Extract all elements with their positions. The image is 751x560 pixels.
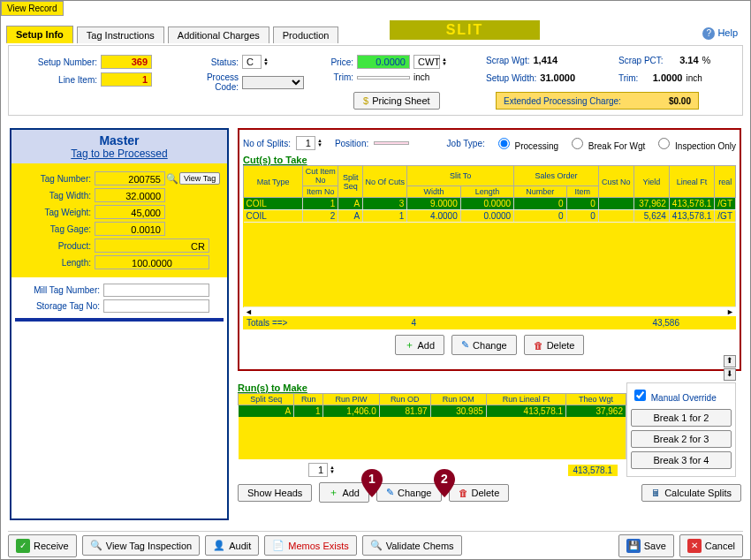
tab-tag-instructions[interactable]: Tag Instructions <box>77 26 164 43</box>
setup-width-label: Setup Width: <box>486 73 536 83</box>
runs-panel: Run(s) to Make Split SeqRunRun PIWRun OD… <box>238 382 741 520</box>
cuts-add-button[interactable]: ＋Add <box>395 335 445 355</box>
jobtype-break[interactable]: Break For Wgt <box>567 135 645 151</box>
divider <box>15 318 224 322</box>
master-panel: Master Tag to be Processed Tag Number: 2… <box>10 128 229 520</box>
ext-charge-value: $0.00 <box>669 96 691 106</box>
tag-gage[interactable]: 0.0010 <box>95 222 165 236</box>
slit-banner: SLIT <box>390 20 540 40</box>
price-value[interactable]: 0.0000 <box>357 55 410 69</box>
product-label: Product: <box>15 241 95 251</box>
trim2-label: Trim: <box>618 73 638 83</box>
memos-button[interactable]: 📄Memos Exists <box>264 535 356 556</box>
master-title: Master <box>11 133 227 148</box>
runs-spinner[interactable]: 1▲▼ <box>308 463 335 477</box>
jobtype-inspection[interactable]: Inspection Only <box>654 135 736 151</box>
break-2-3-button[interactable]: Break 2 for 3 <box>631 430 732 448</box>
trim2-unit: inch <box>686 73 702 83</box>
break-1-2-button[interactable]: Break 1 for 2 <box>631 409 732 427</box>
trim2-value: 1.0000 <box>641 72 682 83</box>
product[interactable]: CR <box>95 238 209 253</box>
mill-tag-label: Mill Tag Number: <box>15 285 103 295</box>
cuts-section-title: Cut(s) to Take <box>243 155 736 165</box>
move-up-icon[interactable]: ⬆ <box>724 355 736 367</box>
length-label: Length: <box>15 258 95 268</box>
tab-additional-charges[interactable]: Additional Charges <box>168 26 269 43</box>
price-label: Price: <box>318 57 353 67</box>
mill-tag-input[interactable] <box>103 284 209 297</box>
view-tag-inspection-button[interactable]: 🔍View Tag Inspection <box>82 535 200 556</box>
table-row[interactable]: A11,406.081.9730.985413,578.137,962 <box>239 405 626 418</box>
pricing-sheet-button[interactable]: $Pricing Sheet <box>353 92 440 110</box>
trim-value[interactable] <box>357 76 410 79</box>
ext-charge-label: Extended Processing Charge: <box>504 96 621 106</box>
receive-button[interactable]: ✓Receive <box>8 534 77 557</box>
master-header: Master Tag to be Processed <box>11 130 227 163</box>
calculate-splits-button[interactable]: 🖩Calculate Splits <box>641 484 741 502</box>
search-icon[interactable]: 🔍 <box>165 173 179 185</box>
trim-label: Trim: <box>318 72 353 82</box>
break-3-4-button[interactable]: Break 3 for 4 <box>631 451 732 469</box>
pricing-sheet-label: Pricing Sheet <box>372 95 429 106</box>
runs-total: 413,578.1 <box>568 465 618 476</box>
job-type-label: Job Type: <box>447 139 485 148</box>
splits-label: No of Splits: <box>243 139 291 148</box>
help-label: Help <box>717 27 738 38</box>
table-row[interactable]: COIL2A14.00000.0000005,624413,578.1/GT <box>244 210 736 223</box>
jobtype-processing[interactable]: Processing <box>494 135 558 151</box>
tabs: Setup Info Tag Instructions Additional C… <box>6 26 745 43</box>
cuts-delete-button[interactable]: 🗑Delete <box>524 335 585 355</box>
ext-charge-box: Extended Processing Charge: $0.00 <box>496 92 699 110</box>
cuts-change-button[interactable]: ✎Change <box>451 335 517 355</box>
storage-tag-input[interactable] <box>103 299 209 313</box>
scrap-wgt-label: Scrap Wgt: <box>486 56 529 65</box>
totals-cuts: 4 <box>411 318 416 328</box>
tag-weight[interactable]: 45,000 <box>95 205 165 219</box>
position-label: Position: <box>335 139 368 148</box>
scrap-pct: 3.14 <box>667 55 699 65</box>
save-button[interactable]: 💾Save <box>618 534 674 557</box>
tag-width-label: Tag Width: <box>15 191 95 201</box>
totals-yield: 43,586 <box>652 318 679 328</box>
svg-text:2: 2 <box>441 472 448 486</box>
move-down-icon[interactable]: ⬇ <box>724 368 736 381</box>
splits-spinner[interactable]: 1▲▼ <box>296 136 322 150</box>
tab-production[interactable]: Production <box>273 26 339 43</box>
price-unit-select[interactable]: CWT▲▼ <box>413 55 447 69</box>
audit-button[interactable]: 👤Audit <box>205 535 259 556</box>
status-select[interactable]: C▲▼ <box>242 55 269 69</box>
show-heads-button[interactable]: Show Heads <box>238 484 312 502</box>
line-item[interactable]: 1 <box>101 72 152 87</box>
process-code-select[interactable] <box>242 76 304 89</box>
pct-symbol: % <box>702 55 711 65</box>
trim-unit: inch <box>413 72 429 82</box>
tag-width[interactable]: 32.0000 <box>95 188 165 202</box>
setup-width: 31.0000 <box>540 72 584 83</box>
cancel-button[interactable]: ✕Cancel <box>679 534 743 557</box>
runs-delete-button[interactable]: 🗑Delete <box>449 484 510 502</box>
bottom-toolbar: ✓Receive 🔍View Tag Inspection 👤Audit 📄Me… <box>8 531 743 556</box>
table-row[interactable]: COIL1A39.00000.00000037,962413,578.1/GT <box>244 198 736 210</box>
cuts-panel: No of Splits: 1▲▼ Position: Job Type: Pr… <box>238 128 741 371</box>
storage-tag-label: Storage Tag No: <box>15 301 103 311</box>
length[interactable]: 100.0000 <box>95 255 209 269</box>
scrap-wgt: 1,414 <box>533 55 577 65</box>
validate-chems-button[interactable]: 🔍Validate Chems <box>362 535 462 556</box>
status-label: Status: <box>186 57 239 67</box>
position-value[interactable] <box>374 141 409 145</box>
tab-setup-info[interactable]: Setup Info <box>6 26 73 43</box>
runs-grid[interactable]: Split SeqRunRun PIWRun ODRun IOMRun Line… <box>238 393 626 459</box>
row-move-arrows[interactable]: ⬆⬇ <box>724 354 738 382</box>
annotation-2: 2 <box>432 467 457 499</box>
cuts-grid[interactable]: Mat Type Cut Item No Split Seq No Of Cut… <box>243 165 736 307</box>
setup-number[interactable]: 369 <box>101 55 152 69</box>
scrap-pct-label: Scrap PCT: <box>618 56 664 65</box>
view-tag-button[interactable]: View Tag <box>179 172 220 185</box>
setup-number-label: Setup Number: <box>27 57 97 67</box>
help-link[interactable]: ?Help <box>702 27 738 40</box>
tag-number-label: Tag Number: <box>15 174 95 184</box>
annotation-1: 1 <box>360 467 384 499</box>
manual-override-check[interactable]: Manual Override <box>631 387 732 404</box>
tag-number[interactable]: 200755 <box>95 171 165 185</box>
master-subtitle: Tag to be Processed <box>11 148 227 160</box>
